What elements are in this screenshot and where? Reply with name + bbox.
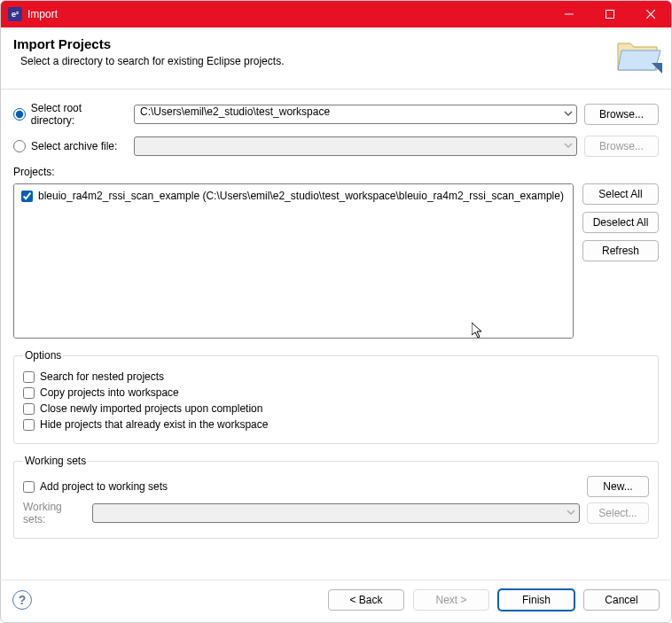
close-new-row[interactable]: Close newly imported projects upon compl… bbox=[23, 402, 649, 415]
select-working-set-button: Select... bbox=[587, 502, 649, 524]
projects-label: Projects: bbox=[13, 166, 659, 178]
svg-marker-7 bbox=[472, 323, 481, 338]
working-sets-group: Working sets Add project to working sets… bbox=[13, 455, 659, 539]
project-item-text: bleuio_ra4m2_rssi_scan_example (C:\Users… bbox=[38, 190, 564, 202]
list-item[interactable]: bleuio_ra4m2_rssi_scan_example (C:\Users… bbox=[21, 190, 566, 202]
help-button[interactable]: ? bbox=[12, 590, 32, 610]
refresh-label: Refresh bbox=[602, 245, 639, 257]
wizard-footer: ? < Back Next > Finish Cancel bbox=[0, 580, 672, 623]
deselect-all-label: Deselect All bbox=[593, 216, 649, 229]
root-directory-value: C:\Users\emil\e2_studio\test_workspace bbox=[140, 105, 330, 118]
minimize-button[interactable] bbox=[549, 1, 590, 27]
wizard-content: Select root directory: C:\Users\emil\e2_… bbox=[1, 90, 671, 539]
maximize-button[interactable] bbox=[590, 1, 630, 27]
browse-archive-label: Browse... bbox=[599, 140, 644, 152]
archive-file-row: Select archive file: Browse... bbox=[13, 136, 659, 157]
add-working-set-row[interactable]: Add project to working sets bbox=[23, 480, 580, 493]
copy-checkbox[interactable] bbox=[23, 387, 35, 399]
root-directory-radio-label[interactable]: Select root directory: bbox=[13, 102, 127, 127]
page-subtitle: Select a directory to search for existin… bbox=[20, 55, 284, 67]
select-all-label: Select All bbox=[598, 188, 642, 200]
new-working-set-button[interactable]: New... bbox=[587, 476, 649, 497]
titlebar: e² Import bbox=[1, 1, 671, 27]
search-nested-row[interactable]: Search for nested projects bbox=[23, 370, 649, 383]
svg-rect-1 bbox=[606, 11, 614, 19]
working-sets-legend: Working sets bbox=[23, 455, 88, 467]
select-working-set-label: Select... bbox=[598, 507, 637, 519]
maximize-icon bbox=[606, 10, 614, 19]
app-icon: e² bbox=[8, 7, 22, 21]
select-all-button[interactable]: Select All bbox=[582, 183, 659, 205]
add-working-set-checkbox[interactable] bbox=[23, 481, 35, 493]
new-working-set-label: New... bbox=[603, 480, 632, 493]
hide-existing-row[interactable]: Hide projects that already exist in the … bbox=[23, 418, 649, 431]
search-nested-checkbox[interactable] bbox=[23, 371, 35, 383]
chevron-down-icon bbox=[564, 108, 573, 121]
archive-file-label: Select archive file: bbox=[31, 140, 117, 152]
root-directory-radio[interactable] bbox=[13, 108, 26, 121]
svg-marker-5 bbox=[618, 51, 660, 70]
wizard-header: Import Projects Select a directory to se… bbox=[1, 27, 671, 90]
projects-listbox[interactable]: bleuio_ra4m2_rssi_scan_example (C:\Users… bbox=[13, 183, 574, 339]
back-label: < Back bbox=[349, 594, 382, 606]
folder-import-icon bbox=[613, 31, 662, 78]
options-legend: Options bbox=[23, 349, 63, 362]
archive-file-radio-label[interactable]: Select archive file: bbox=[13, 140, 127, 152]
cancel-label: Cancel bbox=[605, 594, 637, 606]
project-checkbox[interactable] bbox=[21, 191, 33, 202]
working-sets-label: Working sets: bbox=[23, 501, 85, 526]
close-icon bbox=[646, 10, 655, 19]
root-directory-label: Select root directory: bbox=[31, 102, 127, 127]
close-button[interactable] bbox=[630, 1, 671, 27]
working-sets-combo bbox=[92, 503, 580, 523]
browse-archive-button: Browse... bbox=[584, 136, 659, 157]
browse-root-button[interactable]: Browse... bbox=[584, 104, 659, 125]
close-new-label: Close newly imported projects upon compl… bbox=[40, 402, 262, 415]
help-icon: ? bbox=[19, 593, 27, 607]
copy-label: Copy projects into workspace bbox=[40, 386, 179, 399]
hide-existing-label: Hide projects that already exist in the … bbox=[40, 418, 268, 431]
options-group: Options Search for nested projects Copy … bbox=[13, 349, 659, 444]
archive-file-radio[interactable] bbox=[13, 140, 26, 152]
browse-root-label: Browse... bbox=[599, 108, 644, 121]
finish-label: Finish bbox=[522, 594, 551, 606]
next-button: Next > bbox=[413, 589, 489, 611]
cancel-button[interactable]: Cancel bbox=[583, 589, 660, 611]
mouse-cursor-icon bbox=[472, 323, 486, 339]
back-button[interactable]: < Back bbox=[328, 589, 404, 611]
minimize-icon bbox=[565, 10, 574, 19]
hide-existing-checkbox[interactable] bbox=[23, 419, 35, 431]
add-working-set-label: Add project to working sets bbox=[40, 480, 168, 493]
deselect-all-button[interactable]: Deselect All bbox=[582, 212, 659, 233]
finish-button[interactable]: Finish bbox=[498, 589, 574, 611]
refresh-button[interactable]: Refresh bbox=[582, 240, 659, 261]
copy-row[interactable]: Copy projects into workspace bbox=[23, 386, 649, 399]
window-title: Import bbox=[27, 8, 58, 20]
chevron-down-icon bbox=[567, 507, 575, 519]
page-title: Import Projects bbox=[13, 36, 284, 51]
close-new-checkbox[interactable] bbox=[23, 403, 35, 415]
root-directory-combo[interactable]: C:\Users\emil\e2_studio\test_workspace bbox=[134, 105, 577, 124]
root-directory-row: Select root directory: C:\Users\emil\e2_… bbox=[13, 102, 659, 127]
archive-file-combo bbox=[134, 136, 577, 156]
next-label: Next > bbox=[435, 594, 466, 606]
search-nested-label: Search for nested projects bbox=[40, 370, 164, 383]
chevron-down-icon bbox=[564, 140, 573, 152]
